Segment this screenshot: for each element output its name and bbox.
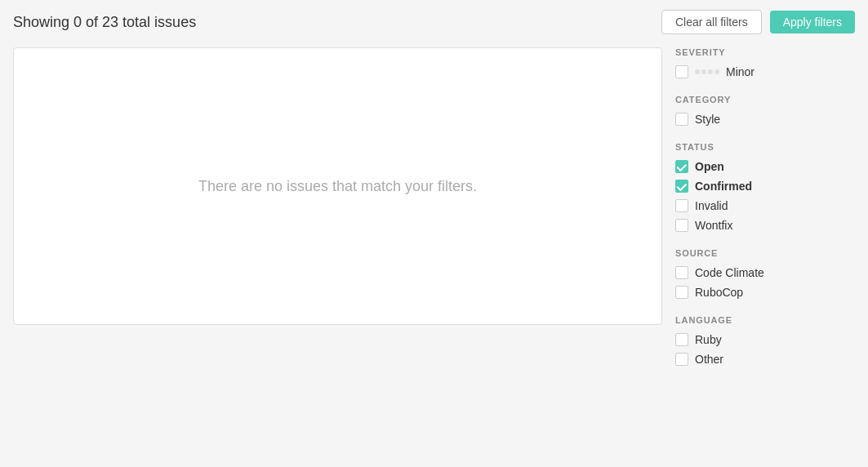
dot-2 <box>701 69 706 74</box>
confirmed-label: Confirmed <box>695 180 752 193</box>
filter-label-style[interactable]: Style <box>675 113 720 126</box>
filter-item-invalid[interactable]: Invalid <box>675 199 855 212</box>
checkbox-open[interactable] <box>675 160 688 173</box>
language-title: LANGUAGE <box>675 315 855 325</box>
content-area: There are no issues that match your filt… <box>13 47 662 325</box>
filter-label-confirmed[interactable]: Confirmed <box>675 180 752 193</box>
filter-label-other[interactable]: Other <box>675 353 723 366</box>
code-climate-label: Code Climate <box>695 266 764 279</box>
filter-section-category: CATEGORY Style <box>675 95 855 126</box>
severity-title: SEVERITY <box>675 47 855 57</box>
filter-item-confirmed[interactable]: Confirmed <box>675 180 855 193</box>
filter-label-minor[interactable]: Minor <box>675 65 754 78</box>
filter-label-wontfix[interactable]: Wontfix <box>675 219 732 232</box>
filter-item-ruby[interactable]: Ruby <box>675 333 855 346</box>
filter-item-minor[interactable]: Minor <box>675 65 855 78</box>
checkbox-ruby[interactable] <box>675 333 688 346</box>
dot-3 <box>708 69 713 74</box>
empty-message: There are no issues that match your filt… <box>166 145 510 228</box>
checkbox-confirmed[interactable] <box>675 180 688 193</box>
checkbox-rubocop[interactable] <box>675 286 688 299</box>
checkbox-invalid[interactable] <box>675 199 688 212</box>
top-bar-actions: Clear all filters Apply filters <box>661 10 855 34</box>
filter-item-open[interactable]: Open <box>675 160 855 173</box>
checkbox-other[interactable] <box>675 353 688 366</box>
rubocop-label: RuboCop <box>695 286 743 299</box>
filter-section-status: STATUS Open Confirmed Invalid <box>675 142 855 232</box>
filter-section-source: SOURCE Code Climate RuboCop <box>675 248 855 299</box>
filter-item-code-climate[interactable]: Code Climate <box>675 266 855 279</box>
filter-label-open[interactable]: Open <box>675 160 724 173</box>
filter-label-invalid[interactable]: Invalid <box>675 199 728 212</box>
clear-filters-button[interactable]: Clear all filters <box>661 10 762 34</box>
checkbox-minor[interactable] <box>675 65 688 78</box>
filter-item-other[interactable]: Other <box>675 353 855 366</box>
ruby-label: Ruby <box>695 333 722 346</box>
filter-label-code-climate[interactable]: Code Climate <box>675 266 764 279</box>
severity-dots <box>695 69 719 74</box>
filter-item-wontfix[interactable]: Wontfix <box>675 219 855 232</box>
filter-label-ruby[interactable]: Ruby <box>675 333 722 346</box>
filter-label-rubocop[interactable]: RuboCop <box>675 286 743 299</box>
main-layout: There are no issues that match your filt… <box>13 47 855 382</box>
open-label: Open <box>695 160 724 173</box>
showing-text: Showing 0 of 23 total issues <box>13 14 196 31</box>
top-bar: Showing 0 of 23 total issues Clear all f… <box>13 10 855 34</box>
filter-item-style[interactable]: Style <box>675 113 855 126</box>
invalid-label: Invalid <box>695 199 728 212</box>
minor-label: Minor <box>726 65 754 78</box>
filter-item-rubocop[interactable]: RuboCop <box>675 286 855 299</box>
other-label: Other <box>695 353 723 366</box>
category-title: CATEGORY <box>675 95 855 105</box>
wontfix-label: Wontfix <box>695 219 732 232</box>
status-title: STATUS <box>675 142 855 152</box>
style-label: Style <box>695 113 720 126</box>
dot-1 <box>695 69 700 74</box>
apply-filters-button[interactable]: Apply filters <box>770 11 855 33</box>
filter-section-severity: SEVERITY Minor <box>675 47 855 78</box>
sidebar-filters: SEVERITY Minor CATEGORY <box>675 47 855 382</box>
dot-4 <box>714 69 719 74</box>
checkbox-code-climate[interactable] <box>675 266 688 279</box>
filter-section-language: LANGUAGE Ruby Other <box>675 315 855 366</box>
source-title: SOURCE <box>675 248 855 258</box>
checkbox-style[interactable] <box>675 113 688 126</box>
checkbox-wontfix[interactable] <box>675 219 688 232</box>
